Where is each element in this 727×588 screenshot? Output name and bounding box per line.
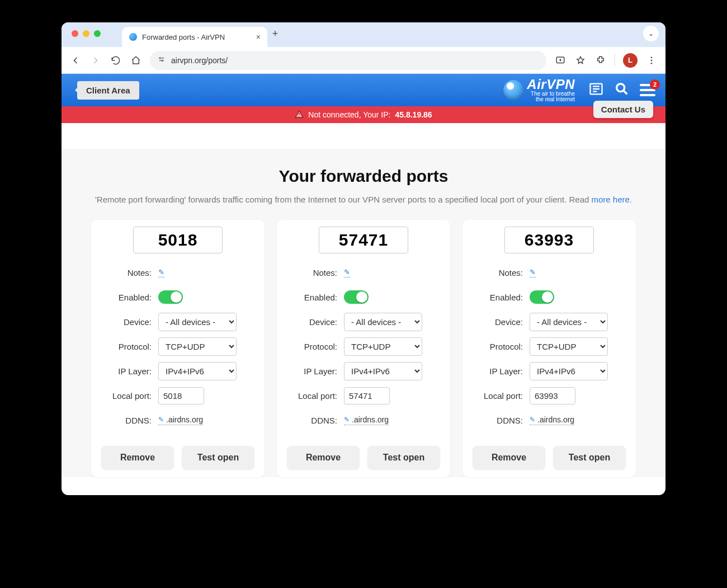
- protocol-label: Protocol:: [101, 342, 152, 351]
- tab-strip: Forwarded ports - AirVPN × + ⌄: [62, 22, 665, 47]
- reload-button[interactable]: [110, 54, 122, 67]
- client-area-button[interactable]: Client Area: [77, 81, 139, 100]
- ddns-value[interactable]: ✎.airdns.org: [158, 415, 203, 425]
- localport-input[interactable]: [158, 387, 204, 404]
- menu-button[interactable]: [645, 54, 658, 67]
- port-number-input[interactable]: [133, 227, 223, 253]
- enabled-toggle[interactable]: [344, 290, 369, 304]
- connection-alert: Not connected, Your IP: 45.8.19.86: [62, 106, 665, 123]
- warning-icon: [295, 110, 304, 120]
- protocol-label: Protocol:: [287, 342, 337, 351]
- profile-avatar[interactable]: L: [623, 53, 638, 68]
- device-select[interactable]: - All devices -: [530, 313, 608, 331]
- ddns-label: DDNS:: [473, 416, 523, 425]
- bookmark-icon[interactable]: [574, 54, 587, 67]
- brand-tagline-2: the real Internet: [527, 97, 575, 102]
- maximize-window-button[interactable]: [94, 30, 101, 37]
- address-bar[interactable]: airvpn.org/ports/: [150, 51, 546, 70]
- enabled-toggle[interactable]: [158, 290, 183, 304]
- page-description: 'Remote port forwarding' forwards traffi…: [84, 195, 643, 204]
- minimize-window-button[interactable]: [83, 30, 89, 37]
- protocol-select[interactable]: TCP+UDP: [344, 337, 422, 356]
- remove-button[interactable]: Remove: [473, 446, 545, 469]
- port-card: Notes: ✎ Enabled: Device: - All devices …: [277, 220, 450, 477]
- svg-point-4: [651, 59, 653, 61]
- contact-us-button[interactable]: Contact Us: [593, 101, 653, 118]
- port-cards: Notes: ✎ Enabled: Device: - All devices …: [84, 220, 643, 477]
- iplayer-select[interactable]: IPv4+IPv6: [158, 362, 237, 380]
- notes-edit-button[interactable]: ✎: [158, 268, 164, 277]
- brand-name: AirVPN: [527, 78, 575, 91]
- forward-button[interactable]: [89, 54, 102, 67]
- notes-label: Notes:: [473, 268, 523, 277]
- iplayer-select[interactable]: IPv4+IPv6: [530, 362, 608, 380]
- notes-label: Notes:: [287, 268, 337, 277]
- device-label: Device:: [287, 317, 337, 327]
- close-tab-icon[interactable]: ×: [256, 32, 261, 41]
- header-actions: 2: [588, 81, 655, 99]
- install-app-icon[interactable]: [554, 54, 567, 67]
- device-select[interactable]: - All devices -: [158, 313, 237, 331]
- news-icon[interactable]: [588, 81, 604, 99]
- pencil-icon: ✎: [530, 416, 535, 424]
- favicon-icon: [129, 32, 138, 41]
- home-button[interactable]: [130, 54, 142, 67]
- site-settings-icon[interactable]: [158, 55, 166, 65]
- close-window-button[interactable]: [72, 30, 78, 37]
- ddns-label: DDNS:: [287, 416, 337, 425]
- protocol-select[interactable]: TCP+UDP: [158, 337, 237, 356]
- iplayer-label: IP Layer:: [473, 366, 523, 376]
- browser-tab[interactable]: Forwarded ports - AirVPN ×: [122, 27, 267, 47]
- remove-button[interactable]: Remove: [101, 446, 174, 469]
- page-title: Your forwarded ports: [84, 167, 643, 186]
- new-tab-button[interactable]: +: [267, 28, 283, 40]
- device-label: Device:: [473, 317, 523, 327]
- ddns-value[interactable]: ✎.airdns.org: [530, 415, 574, 425]
- port-number-input[interactable]: [504, 227, 594, 253]
- test-open-button[interactable]: Test open: [182, 446, 254, 469]
- browser-window: Forwarded ports - AirVPN × + ⌄ airvpn.or…: [62, 22, 665, 495]
- ddns-label: DDNS:: [101, 416, 152, 425]
- brand-logo[interactable]: AirVPN The air to breathe the real Inter…: [503, 78, 575, 102]
- search-icon[interactable]: [614, 81, 630, 99]
- localport-label: Local port:: [473, 391, 523, 401]
- enabled-label: Enabled:: [101, 293, 152, 302]
- port-card: Notes: ✎ Enabled: Device: - All devices …: [91, 220, 265, 477]
- svg-point-5: [651, 62, 653, 64]
- iplayer-label: IP Layer:: [287, 366, 337, 376]
- notes-edit-button[interactable]: ✎: [344, 268, 350, 277]
- localport-input[interactable]: [530, 387, 575, 404]
- localport-label: Local port:: [287, 391, 337, 401]
- window-controls: [72, 30, 101, 37]
- extensions-icon[interactable]: [594, 54, 607, 67]
- main-content: Your forwarded ports 'Remote port forwar…: [62, 150, 665, 477]
- back-button[interactable]: [69, 54, 82, 67]
- menu-icon[interactable]: 2: [640, 84, 655, 96]
- test-open-button[interactable]: Test open: [553, 446, 626, 469]
- test-open-button[interactable]: Test open: [367, 446, 440, 469]
- svg-point-0: [159, 58, 160, 59]
- port-card: Notes: ✎ Enabled: Device: - All devices …: [462, 220, 636, 477]
- svg-point-3: [651, 57, 653, 58]
- ddns-value[interactable]: ✎.airdns.org: [344, 415, 389, 425]
- tab-title: Forwarded ports - AirVPN: [142, 33, 225, 41]
- remove-button[interactable]: Remove: [287, 446, 360, 469]
- svg-point-7: [617, 84, 625, 92]
- pencil-icon: ✎: [344, 416, 350, 424]
- url-text: airvpn.org/ports/: [171, 56, 228, 65]
- pencil-icon: ✎: [158, 416, 164, 424]
- device-select[interactable]: - All devices -: [344, 313, 422, 331]
- more-here-link[interactable]: more here: [591, 195, 629, 204]
- enabled-label: Enabled:: [473, 293, 523, 302]
- tab-overflow-button[interactable]: ⌄: [643, 26, 659, 41]
- port-number-input[interactable]: [319, 227, 408, 253]
- iplayer-select[interactable]: IPv4+IPv6: [344, 362, 422, 380]
- iplayer-label: IP Layer:: [101, 366, 152, 376]
- separator: [615, 54, 615, 67]
- localport-input[interactable]: [344, 387, 390, 404]
- protocol-select[interactable]: TCP+UDP: [530, 337, 608, 356]
- notes-edit-button[interactable]: ✎: [530, 268, 536, 277]
- notes-label: Notes:: [101, 268, 152, 277]
- enabled-toggle[interactable]: [530, 290, 554, 304]
- device-label: Device:: [101, 317, 152, 327]
